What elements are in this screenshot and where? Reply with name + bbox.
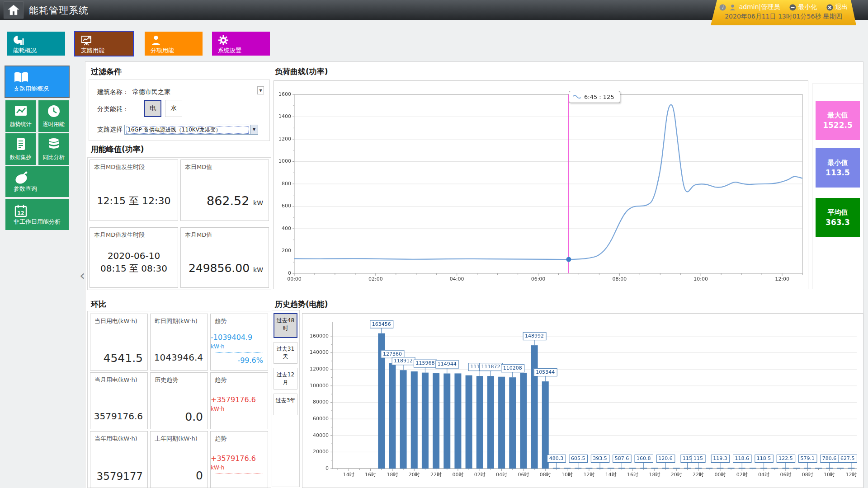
history-bar-panel	[302, 313, 863, 488]
datetime-display: 2020年06月11日 13时01分56秒 星期四	[711, 13, 856, 23]
wave-icon	[573, 94, 582, 100]
range-past-12m-button[interactable]: 过去12月	[274, 368, 297, 389]
home-icon	[8, 5, 19, 15]
session-panel: i admin|管理员 最小化 退出 2020年06月11日 13时01分56秒…	[711, 0, 856, 25]
app-title: 能耗管理系统	[29, 4, 89, 17]
md-month-period-date: 2020-06-10	[90, 250, 178, 261]
tab-subitem-energy[interactable]: 分项用能	[145, 32, 203, 56]
load-curve-panel: 6:45 : 125	[274, 80, 808, 289]
range-past-48h-button[interactable]: 过去48时	[274, 313, 297, 338]
branch-select-value: 16GP-备供电源进线（110KV龙港变）	[126, 126, 249, 134]
document-icon	[14, 137, 28, 151]
huanbi-card: 当日用电(kW·h) 4541.5	[90, 314, 148, 371]
range-past-3y-button[interactable]: 过去3年	[274, 394, 297, 415]
tab-label: 能耗概况	[13, 47, 37, 55]
huanbi-card: 历史趋势 0.0	[150, 372, 208, 429]
branch-select[interactable]: 16GP-备供电源进线（110KV龙港变） ▼	[124, 125, 258, 135]
home-button[interactable]	[4, 1, 24, 19]
pie-chart-icon	[13, 35, 24, 46]
md-today-period-value: 12:15 至 12:30	[90, 194, 178, 208]
close-circle-icon	[826, 4, 833, 11]
database-icon	[47, 137, 61, 151]
load-curve-heading: 负荷曲线(功率)	[275, 66, 328, 77]
chevron-down-icon: ▼	[250, 125, 258, 134]
md-card-month-value: 本月MD值 249856.00 kW	[180, 227, 269, 288]
tab-system-settings[interactable]: 系统设置	[212, 32, 270, 56]
md-month-period-time: 08:15 至 08:30	[90, 263, 178, 275]
exit-button[interactable]: 退出	[826, 3, 848, 11]
building-dropdown-button[interactable]: ▼	[257, 86, 264, 94]
huanbi-trend-card: 趋势 +3579176.6 kW·h	[210, 431, 268, 488]
chart-tooltip: 6:45 : 125	[569, 91, 620, 103]
info-icon: i	[719, 4, 726, 11]
huanbi-card: 上年同期(kW·h) 0	[150, 431, 208, 488]
avg-value-card: 平均值 363.3	[816, 198, 860, 237]
sidebar-item-yoy-analysis[interactable]: 同比分析	[38, 133, 69, 165]
md-today-value: 862.52 kW	[207, 194, 263, 208]
presentation-chart-icon	[81, 35, 92, 46]
sidebar-item-parameter-query[interactable]: 参数查询	[5, 166, 69, 197]
huanbi-card: 当月用电(kW·h) 3579176.6	[90, 372, 148, 429]
tab-label: 系统设置	[218, 47, 241, 55]
peak-heading: 用能峰值(功率)	[91, 144, 144, 155]
energy-type-electric-button[interactable]: 电	[144, 100, 161, 117]
energy-type-water-button[interactable]: 水	[165, 100, 182, 117]
sidebar-item-trend-stats[interactable]: 趋势统计	[5, 100, 36, 132]
min-value-card: 最小值 113.5	[816, 148, 860, 188]
range-past-31d-button[interactable]: 过去31天	[274, 342, 297, 364]
huanbi-trend-card: 趋势 -1039404.9 kW·h -99.6%	[210, 314, 268, 371]
gear-icon	[218, 35, 229, 46]
huanbi-trend-card: 趋势 +3579176.6 kW·h	[210, 372, 268, 429]
filter-box: 建筑名称： 常德市民之家 ▼ 分类能耗： 电 水 支路选择： 16GP-备供电源…	[89, 80, 270, 141]
building-value: 常德市民之家	[132, 88, 170, 96]
tooltip-text: 6:45 : 125	[584, 94, 614, 100]
tab-label: 支路用能	[81, 47, 104, 55]
user-icon	[151, 35, 161, 46]
huanbi-heading: 环比	[91, 299, 106, 310]
open-book-icon	[14, 71, 28, 85]
calendar-12-icon: 12	[14, 204, 28, 218]
tab-energy-overview[interactable]: 能耗概况	[7, 32, 65, 56]
md-card-month-period: 本月MD值发生时段 2020-06-10 08:15 至 08:30	[90, 227, 178, 288]
max-value-card: 最大值 1522.5	[816, 101, 860, 140]
sidebar-item-branch-overview[interactable]: 支路用能概况	[5, 66, 69, 97]
history-heading: 历史趋势(电能)	[275, 299, 328, 310]
building-label: 建筑名称：	[97, 88, 129, 96]
sidebar-item-nonworkday-analysis[interactable]: 12 非工作日用能分析	[5, 199, 69, 230]
filter-heading: 过滤条件	[91, 66, 122, 77]
minimize-button[interactable]: 最小化	[789, 3, 817, 11]
md-month-value: 249856.00 kW	[189, 262, 263, 275]
load-curve-canvas[interactable]	[274, 81, 808, 289]
huanbi-card: 当年用电(kW·h) 3579177	[90, 431, 148, 488]
sidebar-item-hourly-energy[interactable]: 逐时用能	[38, 100, 69, 132]
tab-label: 分项用能	[151, 47, 174, 55]
clock-icon	[47, 104, 61, 118]
md-card-today-value: 本日MD值 862.52 kW	[180, 160, 269, 221]
logged-in-user: admin|管理员	[739, 3, 780, 11]
energy-type-label: 分类能耗：	[97, 105, 129, 113]
svg-text:12: 12	[17, 210, 24, 216]
minus-circle-icon	[789, 4, 796, 11]
history-bar-canvas[interactable]	[302, 314, 863, 488]
tab-branch-energy[interactable]: 支路用能	[75, 32, 133, 56]
huanbi-card: 昨日同期(kW·h) 1043946.4	[150, 314, 208, 371]
md-card-today-period: 本日MD值发生时段 12:15 至 12:30	[90, 160, 178, 221]
trend-chart-icon	[14, 104, 28, 118]
satellite-dish-icon	[14, 171, 28, 185]
collapse-sidebar-arrow[interactable]: ‹	[80, 267, 85, 283]
sidebar-item-data-collection[interactable]: 数据集抄	[5, 133, 36, 165]
user-bust-icon	[729, 4, 736, 11]
